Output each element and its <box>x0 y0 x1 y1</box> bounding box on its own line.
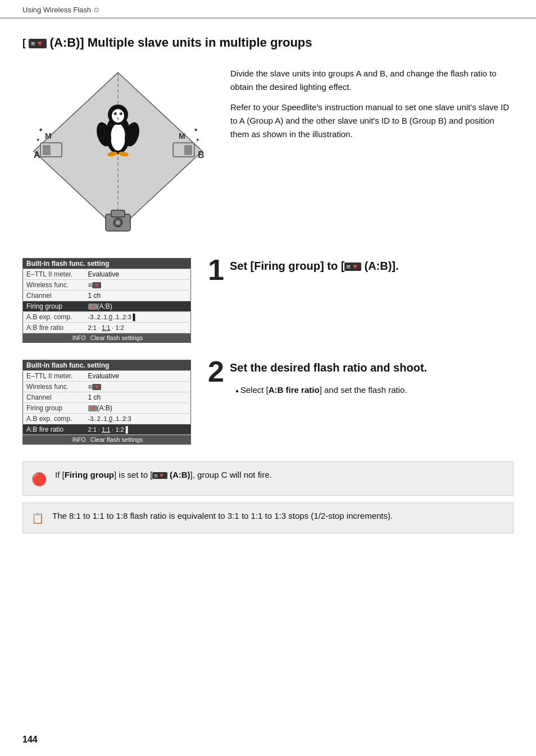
step-2-right: 2 Set the desired flash ratio and shoot.… <box>208 360 514 397</box>
menu1-value-abratio: 2:1 · 1:1 · 1:2 <box>85 323 191 333</box>
menu1-label-abratio: A:B fire ratio <box>23 323 85 333</box>
reference-note: 📋 The 8:1 to 1:1 to 1:8 flash ratio is e… <box>22 503 514 533</box>
menu2-label-ettl: E–TTL II meter. <box>23 371 85 382</box>
svg-point-13 <box>120 112 121 114</box>
menu1-label-wireless: Wireless func. <box>23 280 85 291</box>
step-2-title: Set the desired flash ratio and shoot. <box>230 360 514 375</box>
step-1-title: Set [Firing group] to [≡🔻 (A:B)]. <box>230 258 514 274</box>
menu1-value-wireless: ≡🔻 <box>85 280 191 291</box>
menu1-value-firing: 🔻(A:B) <box>85 301 191 312</box>
svg-point-7 <box>111 124 125 151</box>
svg-text:✦: ✦ <box>196 137 200 143</box>
menu2-value-firing: 🔻(A:B) <box>85 403 191 414</box>
intro-para-2: Refer to your Speedlite's instruction ma… <box>230 101 514 141</box>
svg-rect-20 <box>43 145 51 155</box>
svg-rect-26 <box>184 145 192 155</box>
menu2-value-channel: 1 ch <box>85 392 191 403</box>
menu1-info: INFO Clear flash settings <box>23 333 191 343</box>
menu2-header-row: Built-in flash func. setting <box>23 360 191 371</box>
menu2-row-ettl: E–TTL II meter. Evaluative <box>23 371 191 382</box>
menu2-value-wireless: ≡🔻 <box>85 382 191 392</box>
menu1-header: Built-in flash func. setting <box>23 259 191 269</box>
svg-text:B: B <box>198 150 205 160</box>
menu2-value-abratio: 2:1 · 1:1 · 1:2 ▌ <box>85 424 191 435</box>
menu1-row-abexp: A.B exp. comp. -3..2..1.0..1..2:3 ▌ <box>23 312 191 323</box>
menu1-value-channel: 1 ch <box>85 291 191 301</box>
svg-text:M: M <box>45 132 52 141</box>
flash-diagram-svg: M ✦ ✦ A M ✦ ✦ B <box>28 61 208 241</box>
menu1-row-abratio: A:B fire ratio 2:1 · 1:1 · 1:2 <box>23 323 191 333</box>
step-1-left: Built-in flash func. setting E–TTL II me… <box>22 258 191 343</box>
svg-text:A: A <box>34 150 40 160</box>
svg-point-10 <box>114 112 117 115</box>
intro-row: M ✦ ✦ A M ✦ ✦ B Divide the slave units i… <box>22 61 514 241</box>
svg-point-11 <box>120 112 122 115</box>
step-2-bullet: Select [A:B fire ratio] and set the flas… <box>235 383 514 397</box>
reference-text: The 8:1 to 1:1 to 1:8 flash ratio is equ… <box>52 510 393 526</box>
notes-section: 🔴 If [Firing group] is set to [≡🔻 (A:B)]… <box>22 461 514 533</box>
menu1-row-ettl: E–TTL II meter. Evaluative <box>23 269 191 280</box>
menu2-info-row: INFO Clear flash settings <box>23 435 191 445</box>
intro-para-1: Divide the slave units into groups A and… <box>230 67 514 94</box>
step-2-body: Select [A:B fire ratio] and set the flas… <box>230 383 514 397</box>
header-text: Using Wireless Flash ✩ <box>22 6 99 14</box>
camera-menu-1: Built-in flash func. setting E–TTL II me… <box>22 258 191 343</box>
menu1-value-ettl: Evaluative <box>85 269 191 280</box>
menu1-header-row: Built-in flash func. setting <box>23 259 191 269</box>
section-icon: [ ≡🔻 <box>22 37 47 49</box>
menu1-value-abexp: -3..2..1.0..1..2:3 ▌ <box>85 312 191 323</box>
menu2-info: INFO Clear flash settings <box>23 435 191 445</box>
step-2-number: 2 <box>208 357 224 386</box>
section-title: (A:B)] Multiple slave units in multiple … <box>50 35 312 50</box>
svg-text:✦: ✦ <box>193 126 198 133</box>
menu1-row-channel: Channel 1 ch <box>23 291 191 301</box>
menu2-value-ettl: Evaluative <box>85 371 191 382</box>
menu1-label-channel: Channel <box>23 291 85 301</box>
page-header: Using Wireless Flash ✩ <box>0 0 536 19</box>
menu2-header: Built-in flash func. setting <box>23 360 191 371</box>
menu2-row-wireless: Wireless func. ≡🔻 <box>23 382 191 392</box>
svg-text:✦: ✦ <box>38 126 43 133</box>
menu1-row-firing: Firing group 🔻(A:B) <box>23 301 191 312</box>
menu2-row-abratio: A:B fire ratio 2:1 · 1:1 · 1:2 ▌ <box>23 424 191 435</box>
svg-point-5 <box>116 220 120 225</box>
warning-icon: 🔴 <box>31 470 47 488</box>
main-content: [ ≡🔻 (A:B)] Multiple slave units in mult… <box>0 19 536 557</box>
illustration-wrap: M ✦ ✦ A M ✦ ✦ B <box>22 61 214 241</box>
menu2-label-abratio: A:B fire ratio <box>23 424 85 435</box>
svg-text:✦: ✦ <box>36 137 40 143</box>
menu1-label-abexp: A.B exp. comp. <box>23 312 85 323</box>
warning-text: If [Firing group] is set to [≡🔻 (A:B)], … <box>55 469 272 488</box>
step-1-right: 1 Set [Firing group] to [≡🔻 (A:B)]. <box>208 258 514 284</box>
step-2-left: Built-in flash func. setting E–TTL II me… <box>22 360 191 445</box>
page-number: 144 <box>22 735 38 745</box>
camera-menu-2: Built-in flash func. setting E–TTL II me… <box>22 360 191 445</box>
svg-rect-3 <box>111 210 125 217</box>
menu1-info-row: INFO Clear flash settings <box>23 333 191 343</box>
warning-note: 🔴 If [Firing group] is set to [≡🔻 (A:B)]… <box>22 461 514 496</box>
menu1-row-wireless: Wireless func. ≡🔻 <box>23 280 191 291</box>
menu2-label-abexp: A.B exp. comp. <box>23 414 85 424</box>
step-1-number: 1 <box>208 255 224 284</box>
menu2-label-channel: Channel <box>23 392 85 403</box>
menu2-row-channel: Channel 1 ch <box>23 392 191 403</box>
steps-section: Built-in flash func. setting E–TTL II me… <box>22 258 514 445</box>
step-1-row: Built-in flash func. setting E–TTL II me… <box>22 258 514 343</box>
section-heading: [ ≡🔻 (A:B)] Multiple slave units in mult… <box>22 35 514 50</box>
menu1-label-firing: Firing group <box>23 301 85 312</box>
svg-point-12 <box>114 112 115 114</box>
step-2-row: Built-in flash func. setting E–TTL II me… <box>22 360 514 445</box>
menu2-value-abexp: -3..2..1.0..1..2:3 <box>85 414 191 424</box>
menu2-row-abexp: A.B exp. comp. -3..2..1.0..1..2:3 <box>23 414 191 424</box>
svg-text:M: M <box>179 132 185 141</box>
menu2-row-firing: Firing group 🔻(A:B) <box>23 403 191 414</box>
menu1-label-ettl: E–TTL II meter. <box>23 269 85 280</box>
reference-icon: 📋 <box>31 511 44 526</box>
menu2-label-wireless: Wireless func. <box>23 382 85 392</box>
intro-description: Divide the slave units into groups A and… <box>230 61 514 241</box>
menu2-label-firing: Firing group <box>23 403 85 414</box>
